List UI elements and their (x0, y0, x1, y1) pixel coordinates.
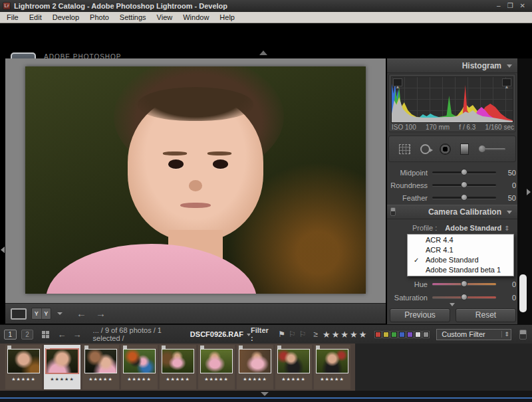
thumb-stars[interactable]: ★★★★★ (314, 377, 350, 382)
previous-photo-arrow-icon[interactable]: ← (76, 308, 86, 320)
close-icon[interactable]: ✕ (520, 2, 525, 10)
color-label-purple[interactable] (407, 332, 413, 338)
spot-removal-tool-icon[interactable] (420, 144, 430, 154)
rating-gte-symbol[interactable]: ≥ (313, 330, 318, 339)
thumbnail-photo[interactable] (123, 349, 156, 373)
thumbnail-photo[interactable] (7, 349, 40, 373)
thumbnail-photo[interactable] (45, 348, 79, 374)
thumb-stars[interactable]: ★★★★★ (237, 377, 273, 382)
menu-develop[interactable]: Develop (47, 12, 84, 23)
panel-enable-switch-icon[interactable] (390, 207, 396, 216)
filmstrip-filename[interactable]: DSCF0926.RAF (190, 330, 243, 338)
histogram-chart[interactable]: ▲ ▲ (391, 76, 513, 123)
rating-stars-filter[interactable]: ★★★★★ (323, 330, 368, 340)
roundness-value[interactable]: 0 (496, 181, 516, 189)
graduated-filter-tool-icon[interactable] (460, 144, 469, 155)
restore-icon[interactable]: ❐ (507, 2, 513, 10)
right-panel-scrollbar[interactable] (519, 274, 527, 312)
thumb-stars[interactable]: ★★★★★ (160, 377, 196, 382)
crop-tool-icon[interactable] (399, 144, 410, 154)
color-label-gray[interactable] (423, 332, 429, 338)
flag-unflagged-icon[interactable]: ⚐ (289, 330, 296, 339)
left-panel-collapse-arrow-icon[interactable] (1, 247, 5, 253)
roundness-slider[interactable] (432, 184, 496, 186)
top-panel-collapse-arrow-icon[interactable] (259, 50, 267, 55)
thumbnail-photo[interactable] (277, 349, 310, 373)
thumbnail-photo[interactable] (200, 349, 233, 373)
main-window-button[interactable]: 1 (4, 330, 17, 340)
thumb-stars[interactable]: ★★★★★ (44, 377, 80, 382)
filmstrip-back-arrow-icon[interactable]: ← (55, 330, 70, 340)
filter-enable-switch-icon[interactable] (519, 330, 527, 340)
right-panel-collapse-arrow-icon[interactable] (527, 189, 531, 195)
midpoint-slider-thumb[interactable] (461, 169, 467, 175)
thumbnail-5[interactable]: ★★★★★ (160, 345, 196, 389)
profile-menu-item-acr44[interactable]: ACR 4.4 (408, 235, 513, 245)
thumbnail-8[interactable]: ★★★★★ (275, 345, 312, 389)
roundness-slider-thumb[interactable] (461, 181, 467, 188)
before-after-button[interactable]: Y Y (31, 308, 51, 320)
bottom-panel-collapse-arrow-icon[interactable] (261, 392, 269, 396)
filmstrip-forward-arrow-icon[interactable]: → (70, 330, 85, 340)
reset-button[interactable]: Reset (456, 308, 516, 322)
profile-menu-item-acr41[interactable]: ACR 4.1 (408, 245, 513, 255)
thumbnail-photo[interactable] (84, 349, 117, 373)
second-window-button[interactable]: 2 (21, 330, 34, 340)
red-eye-tool-icon[interactable] (440, 144, 451, 155)
thumb-stars[interactable]: ★★★★★ (5, 377, 42, 382)
midpoint-slider[interactable] (432, 171, 496, 173)
profile-menu-item-adobe-standard[interactable]: ✓ Adobe Standard (408, 255, 513, 265)
thumbnail-1[interactable]: ★★★★★ (5, 345, 42, 389)
thumbnail-6[interactable]: ★★★★★ (198, 345, 235, 389)
adjustment-brush-tool-icon[interactable] (479, 146, 505, 152)
thumbnail-2-selected[interactable]: ★★★★★ (44, 345, 80, 389)
thumbnail-photo[interactable] (316, 349, 348, 373)
flag-picked-icon[interactable]: ⚑ (278, 330, 285, 339)
main-photo[interactable] (25, 66, 366, 294)
custom-filter-select[interactable]: Custom Filter ⇕ (436, 329, 511, 340)
thumb-stars[interactable]: ★★★★★ (82, 377, 119, 382)
next-photo-arrow-icon[interactable]: → (96, 308, 106, 320)
histogram-collapse-icon[interactable] (507, 64, 512, 68)
menu-settings[interactable]: Settings (114, 12, 152, 23)
thumbnail-photo[interactable] (162, 349, 194, 373)
saturation-value[interactable]: 0 (496, 294, 516, 302)
color-label-green[interactable] (391, 332, 397, 338)
previous-button[interactable]: Previous (390, 308, 450, 322)
highlight-clipping-indicator-icon[interactable]: ▲ (502, 78, 511, 86)
profile-value[interactable]: Adobe Standard (445, 224, 501, 232)
color-label-white[interactable] (415, 332, 421, 338)
feather-value[interactable]: 50 (496, 194, 516, 202)
menu-help[interactable]: Help (214, 12, 240, 23)
midpoint-value[interactable]: 50 (496, 169, 516, 177)
menu-file[interactable]: File (1, 12, 24, 23)
thumb-stars[interactable]: ★★★★★ (121, 377, 158, 382)
loupe-view-icon[interactable] (11, 308, 27, 320)
histogram-panel-header[interactable]: Histogram (387, 58, 517, 73)
feather-slider[interactable] (432, 197, 496, 199)
color-label-red[interactable] (375, 332, 381, 338)
menu-view[interactable]: View (152, 12, 178, 23)
camera-calibration-collapse-icon[interactable] (507, 211, 512, 214)
minimize-icon[interactable]: – (497, 2, 501, 10)
hue-slider-thumb[interactable] (461, 280, 467, 287)
thumbnail-3[interactable]: ★★★★★ (82, 345, 119, 389)
saturation-slider-thumb[interactable] (461, 294, 467, 300)
before-after-dropdown-icon[interactable] (57, 312, 63, 315)
menu-photo[interactable]: Photo (84, 12, 114, 23)
thumbnail-7[interactable]: ★★★★★ (237, 345, 273, 389)
grid-view-icon[interactable] (42, 331, 49, 338)
filmstrip-breadcrumb[interactable]: ... / 9 of 68 photos / 1 selected / (93, 326, 188, 342)
hue-slider[interactable] (432, 283, 496, 285)
hue-value[interactable]: 0 (496, 280, 516, 288)
color-label-yellow[interactable] (383, 332, 389, 338)
profile-menu-item-adobe-standard-beta[interactable]: Adobe Standard beta 1 (408, 265, 513, 275)
thumb-stars[interactable]: ★★★★★ (275, 377, 312, 382)
thumb-stars[interactable]: ★★★★★ (198, 377, 235, 382)
feather-slider-thumb[interactable] (461, 194, 467, 201)
profile-updown-icon[interactable]: ⇕ (504, 225, 509, 232)
shadow-clipping-indicator-icon[interactable]: ▲ (393, 78, 402, 86)
thumbnail-4[interactable]: ★★★★★ (121, 345, 158, 389)
thumbnail-photo[interactable] (239, 349, 271, 373)
menu-edit[interactable]: Edit (24, 12, 47, 23)
